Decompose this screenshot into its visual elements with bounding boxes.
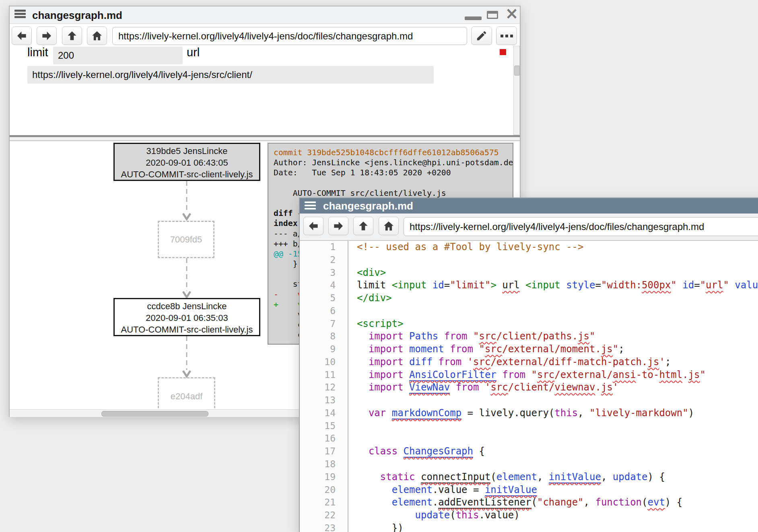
code-line[interactable]: 21 element.addEventListener("change", fu… [300, 496, 758, 509]
minimize-icon[interactable] [465, 16, 482, 20]
line-number: 15 [300, 420, 336, 433]
code-line[interactable]: 22 update(this.value) [300, 509, 758, 522]
up-button[interactable] [353, 217, 373, 235]
home-button[interactable] [379, 217, 399, 235]
url-input[interactable] [27, 66, 434, 84]
pencil-icon [476, 30, 488, 42]
line-number: 7 [300, 318, 336, 331]
line-number: 22 [300, 509, 336, 522]
arrow-right-icon [41, 30, 53, 42]
code-line[interactable]: 2 [300, 254, 758, 267]
code-line[interactable]: 7<script> [300, 318, 758, 331]
code-line[interactable]: 13 [300, 394, 758, 407]
front-window: changesgraph.md 1<!-- used as a #Tool by… [299, 197, 758, 532]
front-window-titlebar[interactable]: changesgraph.md [300, 198, 758, 214]
commit-stub-label: 7009fd5 [170, 234, 202, 245]
line-number: 18 [300, 458, 336, 471]
code-line[interactable]: 12 import ViewNav from 'src/client/viewn… [300, 381, 758, 394]
address-bar[interactable] [112, 27, 467, 45]
commit-panel-line [274, 178, 513, 188]
code-line[interactable]: 8 import Paths from "src/client/paths.js… [300, 330, 758, 343]
line-number: 6 [300, 305, 336, 318]
home-button[interactable] [87, 27, 107, 45]
line-number: 14 [300, 407, 336, 420]
rendered-markdown-pane: limit url [10, 50, 520, 135]
ellipsis-icon [501, 35, 513, 37]
up-button[interactable] [62, 27, 82, 45]
line-number: 23 [300, 522, 336, 532]
code-line[interactable]: 19 static connectInput(element, initValu… [300, 471, 758, 484]
window-title: changesgraph.md [32, 9, 122, 22]
vertical-scrollbar-thumb[interactable] [514, 66, 520, 76]
back-window-titlebar[interactable]: changesgraph.md × [10, 6, 520, 24]
code-line[interactable]: 11 import AnsiColorFilter from "src/exte… [300, 369, 758, 382]
line-number: 9 [300, 343, 336, 356]
line-number: 3 [300, 267, 336, 279]
address-bar[interactable] [404, 217, 758, 236]
line-number: 19 [300, 471, 336, 484]
menu-icon[interactable] [14, 10, 26, 20]
code-line[interactable]: 3<div> [300, 267, 758, 279]
code-line[interactable]: 6 [300, 305, 758, 318]
code-line[interactable]: 10 import diff from 'src/external/diff-m… [300, 356, 758, 369]
line-number: 20 [300, 484, 336, 497]
arrow-left-icon [307, 220, 319, 232]
window-title: changesgraph.md [323, 200, 413, 212]
commit-node-date: 2020-09-01 06:35:03 [115, 312, 259, 324]
edit-button[interactable] [471, 27, 492, 45]
code-line[interactable]: 1<!-- used as a #Tool by lively-sync --> [300, 241, 758, 254]
line-number: 2 [300, 254, 336, 267]
line-number: 11 [300, 369, 336, 382]
vertical-scrollbar[interactable] [513, 46, 520, 135]
forward-button[interactable] [328, 217, 348, 235]
close-icon[interactable]: × [504, 5, 520, 21]
line-number: 17 [300, 445, 336, 458]
arrow-up-icon [66, 30, 78, 42]
code-line[interactable]: 20 element.value = initValue [300, 484, 758, 497]
forward-button[interactable] [37, 27, 57, 45]
maximize-icon[interactable] [487, 11, 498, 19]
commit-stub-e204adf[interactable]: e204adf [158, 377, 215, 409]
code-lines: 1<!-- used as a #Tool by lively-sync -->… [300, 241, 758, 532]
code-line[interactable]: 14 var markdownComp = lively.query(this,… [300, 407, 758, 420]
line-number: 4 [300, 279, 336, 292]
commit-node-title: ccdce8b JensLincke [115, 300, 259, 312]
code-line[interactable]: 15 [300, 420, 758, 433]
line-number: 13 [300, 394, 336, 407]
url-label: url [187, 46, 200, 59]
line-number: 1 [300, 241, 336, 254]
line-number: 5 [300, 292, 336, 305]
back-button[interactable] [303, 217, 323, 235]
more-button[interactable] [496, 27, 517, 45]
arrow-right-icon [332, 220, 344, 232]
code-line[interactable]: 9 import moment from "src/external/momen… [300, 343, 758, 356]
code-line[interactable]: 17 class ChangesGraph { [300, 445, 758, 458]
screenshot: changesgraph.md × limit url [0, 0, 758, 532]
menu-icon[interactable] [305, 201, 316, 212]
code-line[interactable]: 23 }) [300, 522, 758, 532]
line-number: 10 [300, 356, 336, 369]
arrow-left-icon [16, 30, 28, 42]
horizontal-scrollbar-thumb[interactable] [101, 411, 208, 417]
code-editor[interactable]: 1<!-- used as a #Tool by lively-sync -->… [300, 241, 758, 532]
commit-panel-line: Author: JensLincke <jens.lincke@hpi.uni-… [274, 158, 513, 168]
limit-input[interactable] [53, 47, 183, 64]
commit-node-319bde5[interactable]: 319bde5 JensLincke 2020-09-01 06:43:05 A… [113, 143, 260, 181]
commit-node-title: 319bde5 JensLincke [115, 145, 259, 157]
code-line[interactable]: 18 [300, 458, 758, 471]
commit-node-message: AUTO-COMMIT-src-client-lively.js [115, 324, 259, 335]
commit-stub-7009fd5[interactable]: 7009fd5 [158, 221, 214, 258]
home-icon [91, 30, 103, 42]
code-line[interactable]: 5</div> [300, 292, 758, 305]
code-line[interactable]: 4limit <input id="limit"> url <input sty… [300, 279, 758, 292]
commit-stub-label: e204adf [171, 391, 203, 402]
commit-node-date: 2020-09-01 06:43:05 [115, 157, 259, 168]
commit-node-ccdce8b[interactable]: ccdce8b JensLincke 2020-09-01 06:35:03 A… [113, 298, 260, 336]
commit-node-message: AUTO-COMMIT-src-client-lively.js [115, 168, 259, 180]
back-window-toolbar [10, 23, 520, 50]
code-line[interactable]: 16 [300, 432, 758, 445]
commit-panel-line: Date: Tue Sep 1 18:43:05 2020 +0200 [274, 168, 513, 178]
back-button[interactable] [12, 27, 32, 45]
line-number: 12 [300, 381, 336, 394]
update-marker [500, 49, 506, 55]
